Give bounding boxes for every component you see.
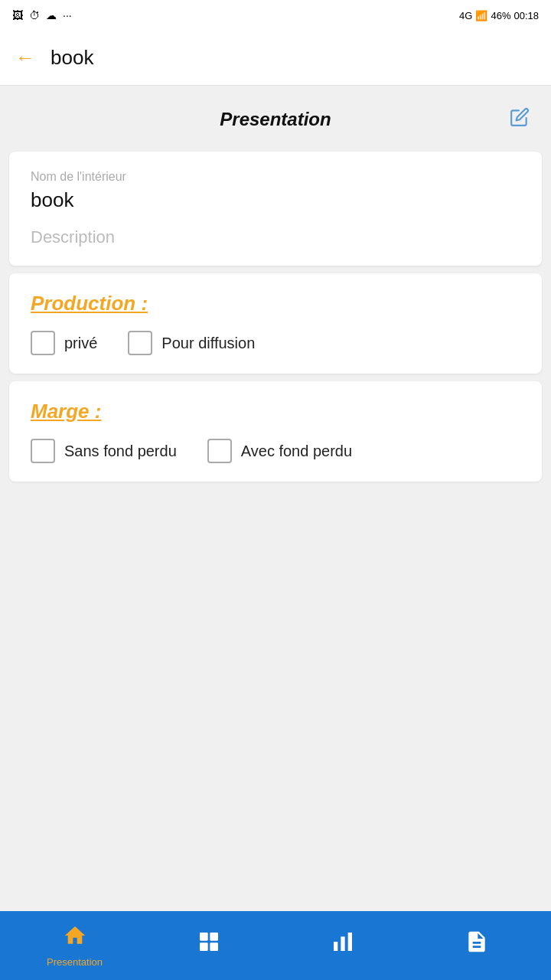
interior-name-value: book <box>31 188 520 212</box>
app-bar-title: book <box>51 46 93 70</box>
svg-rect-4 <box>334 942 337 951</box>
checkbox-pour-diffusion-box[interactable] <box>128 331 152 355</box>
status-icon-more: ··· <box>63 9 72 21</box>
signal-bars: 📶 <box>475 10 487 21</box>
production-label: Production : <box>31 292 520 315</box>
app-bar: ← book <box>0 31 551 86</box>
section-heading-row: Presentation <box>0 95 551 144</box>
production-card: Production : privé Pour diffusion <box>9 273 542 374</box>
svg-rect-0 <box>200 933 208 941</box>
checkbox-sans-fond-perdu-box[interactable] <box>31 439 55 463</box>
svg-rect-1 <box>210 933 218 941</box>
svg-rect-5 <box>341 936 344 951</box>
main-content: Presentation Nom de l'intérieur book Des… <box>0 86 551 911</box>
production-checkbox-row: privé Pour diffusion <box>31 331 520 355</box>
checkbox-pour-diffusion[interactable]: Pour diffusion <box>128 331 255 355</box>
nav-item-chart[interactable] <box>276 929 409 962</box>
checkbox-sans-fond-perdu[interactable]: Sans fond perdu <box>31 439 177 463</box>
svg-rect-3 <box>210 942 218 951</box>
status-bar-left: 🖼 ⏱ ☁ ··· <box>12 9 72 21</box>
svg-rect-2 <box>200 942 208 951</box>
clock: 00:18 <box>514 10 539 21</box>
checkbox-prive-label: privé <box>64 335 97 352</box>
checkbox-prive-box[interactable] <box>31 331 55 355</box>
checkbox-avec-fond-perdu-box[interactable] <box>207 439 232 463</box>
checkbox-avec-fond-perdu-label: Avec fond perdu <box>241 443 352 460</box>
status-icon-timer: ⏱ <box>29 9 40 21</box>
marge-label: Marge : <box>31 400 520 423</box>
status-icon-image: 🖼 <box>12 9 23 21</box>
nav-item-list[interactable] <box>142 929 276 962</box>
nav-label-presentation: Presentation <box>47 956 103 968</box>
home-icon <box>63 923 87 953</box>
status-icon-cloud: ☁ <box>46 9 57 21</box>
document-icon <box>465 929 489 959</box>
bottom-nav: Presentation <box>0 911 551 980</box>
edit-button[interactable] <box>510 107 530 132</box>
checkbox-sans-fond-perdu-label: Sans fond perdu <box>64 443 177 460</box>
status-bar: 🖼 ⏱ ☁ ··· 4G 📶 46% 00:18 <box>0 0 551 31</box>
svg-rect-6 <box>347 933 351 951</box>
checkbox-pour-diffusion-label: Pour diffusion <box>161 335 255 352</box>
list-icon <box>197 929 221 959</box>
nav-item-document[interactable] <box>409 929 543 962</box>
marge-checkbox-row: Sans fond perdu Avec fond perdu <box>31 439 520 463</box>
status-bar-right: 4G 📶 46% 00:18 <box>459 10 539 21</box>
battery-icon: 46% <box>491 10 510 21</box>
checkbox-prive[interactable]: privé <box>31 331 97 355</box>
back-button[interactable]: ← <box>15 46 35 70</box>
presentation-card: Nom de l'intérieur book Description <box>9 152 542 266</box>
checkbox-avec-fond-perdu[interactable]: Avec fond perdu <box>207 439 352 463</box>
marge-card: Marge : Sans fond perdu Avec fond perdu <box>9 381 542 482</box>
chart-icon <box>331 929 355 959</box>
interior-name-label: Nom de l'intérieur <box>31 170 520 184</box>
presentation-heading: Presentation <box>220 109 331 130</box>
signal-icon: 4G <box>459 10 472 21</box>
nav-item-presentation[interactable]: Presentation <box>8 923 142 968</box>
description-placeholder[interactable]: Description <box>31 227 520 247</box>
